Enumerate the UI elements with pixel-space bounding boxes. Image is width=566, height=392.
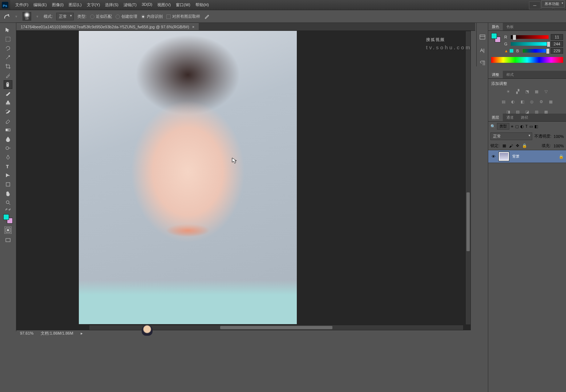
b-slider[interactable] — [523, 49, 549, 53]
adj-levels-icon[interactable]: ▞ — [514, 89, 521, 94]
filter-type-icon[interactable]: T — [525, 124, 528, 128]
eyedropper-tool[interactable] — [4, 71, 12, 80]
menu-edit[interactable]: 编辑(E) — [31, 1, 49, 9]
r-slider[interactable] — [511, 35, 549, 39]
foreground-color-swatch[interactable] — [3, 214, 9, 220]
filter-search-icon[interactable]: 🔍 — [490, 124, 496, 129]
menu-window[interactable]: 窗口(W) — [174, 1, 193, 9]
screen-mode-button[interactable] — [4, 236, 12, 245]
pressure-icon[interactable] — [204, 13, 210, 20]
zoom-value[interactable]: 97.61% — [20, 331, 33, 335]
eraser-tool[interactable] — [4, 117, 12, 125]
color-swatches[interactable] — [3, 214, 13, 224]
blend-mode-dropdown[interactable]: 正常 — [490, 132, 532, 140]
tab-layers[interactable]: 图层 — [488, 114, 503, 121]
menu-file[interactable]: 文件(F) — [13, 1, 31, 9]
radio-proximity[interactable]: 近似匹配 — [90, 14, 112, 19]
menu-layer[interactable]: 图层(L) — [66, 1, 84, 9]
move-tool[interactable] — [4, 26, 12, 34]
dodge-tool[interactable] — [4, 144, 12, 152]
gamut-swatch[interactable] — [510, 49, 513, 53]
adj-vibrance-icon[interactable]: ▽ — [543, 89, 549, 94]
filter-smart-icon[interactable]: ◧ — [534, 124, 538, 129]
document-tab[interactable]: 174764bee01a14510198658627eaf53fc9d950e9… — [16, 23, 199, 30]
zoom-tool[interactable] — [4, 198, 12, 207]
filter-adj-icon[interactable]: ◐ — [520, 124, 524, 129]
r-value[interactable]: 11 — [551, 34, 563, 40]
adj-curves-icon[interactable]: ⬔ — [524, 89, 530, 94]
color-swatch-pair[interactable] — [491, 33, 501, 42]
vertical-scrollbar[interactable] — [465, 31, 471, 325]
filter-shape-icon[interactable]: ▭ — [529, 124, 533, 129]
adj-photo-filter-icon[interactable]: ◎ — [529, 99, 535, 105]
opacity-value[interactable]: 100% — [554, 134, 564, 139]
layer-name[interactable]: 背景 — [512, 154, 559, 159]
history-brush-tool[interactable] — [4, 107, 12, 116]
menu-image[interactable]: 图像(I) — [50, 1, 66, 9]
b-value[interactable]: 229 — [551, 48, 563, 54]
dock-character-icon[interactable]: A| — [479, 47, 486, 53]
stamp-tool[interactable] — [4, 98, 12, 107]
document-image[interactable] — [79, 31, 297, 324]
menu-3d[interactable]: 3D(D) — [140, 1, 154, 9]
g-value[interactable]: 244 — [551, 41, 563, 47]
brush-tool[interactable] — [4, 89, 12, 98]
spectrum-ramp[interactable] — [491, 57, 563, 63]
adj-balance-icon[interactable]: ◐ — [510, 99, 516, 105]
gamut-warning-icon[interactable]: ▲ — [504, 49, 508, 53]
tab-paths[interactable]: 路径 — [517, 114, 532, 121]
status-arrow-icon[interactable]: ▸ — [81, 331, 83, 336]
blur-tool[interactable] — [4, 135, 12, 143]
adj-brightness-icon[interactable]: ☀ — [505, 89, 512, 94]
menu-filter[interactable]: 滤镜(T) — [121, 1, 139, 9]
marquee-tool[interactable] — [4, 35, 12, 44]
adj-mixer-icon[interactable]: ⚙ — [538, 99, 545, 105]
tab-adjustments[interactable]: 调整 — [488, 71, 503, 78]
pen-tool[interactable] — [4, 153, 12, 162]
radio-content-aware[interactable]: 内容识别 — [141, 14, 163, 19]
adj-lookup-icon[interactable]: ▦ — [547, 99, 554, 105]
g-slider[interactable] — [511, 42, 549, 46]
menu-select[interactable]: 选择(S) — [103, 1, 121, 9]
fill-value[interactable]: 100% — [554, 144, 564, 148]
adj-bw-icon[interactable]: ◧ — [519, 99, 526, 105]
healing-tool[interactable] — [4, 80, 12, 89]
document-tab-close[interactable]: × — [192, 25, 194, 29]
adj-hue-icon[interactable]: ▤ — [500, 99, 507, 105]
layer-row-background[interactable]: 👁 背景 🔒 — [488, 150, 566, 163]
tab-swatches[interactable]: 色板 — [503, 23, 517, 30]
lock-pixels-icon[interactable]: 🖌 — [509, 144, 513, 148]
menu-text[interactable]: 文字(Y) — [85, 1, 102, 9]
shape-tool[interactable] — [4, 180, 12, 189]
layer-thumbnail[interactable] — [498, 152, 509, 161]
adj-exposure-icon[interactable]: ▦ — [533, 89, 540, 94]
crop-tool[interactable] — [4, 62, 12, 71]
quick-mask-button[interactable] — [4, 226, 12, 234]
mode-dropdown[interactable]: 正常 — [56, 13, 74, 20]
gradient-tool[interactable] — [4, 126, 12, 134]
check-sample-all[interactable]: 对所有图层取样 — [166, 14, 200, 19]
path-tool[interactable] — [4, 171, 12, 180]
dock-history-icon[interactable] — [479, 34, 486, 40]
tab-styles[interactable]: 样式 — [503, 71, 517, 78]
swap-colors-icon[interactable] — [4, 207, 12, 212]
wand-tool[interactable] — [4, 53, 12, 62]
brush-preview[interactable]: 19 — [23, 12, 31, 21]
lock-trans-icon[interactable]: ▦ — [502, 143, 506, 148]
lasso-tool[interactable] — [4, 44, 12, 53]
dock-paragraph-icon[interactable] — [479, 60, 486, 66]
tab-channels[interactable]: 通道 — [503, 114, 517, 121]
minimize-button[interactable]: ─ — [529, 1, 541, 9]
filter-kind-dropdown[interactable]: 类型 — [497, 123, 509, 130]
type-tool[interactable]: T — [4, 162, 12, 171]
lock-position-icon[interactable]: ✥ — [516, 143, 519, 148]
filter-pixel-icon[interactable]: ▢ — [515, 124, 519, 129]
lock-all-icon[interactable]: 🔒 — [522, 143, 527, 148]
workspace-dropdown[interactable]: 基本功能 — [541, 0, 565, 8]
tab-color[interactable]: 颜色 — [488, 23, 503, 30]
visibility-icon[interactable]: 👁 — [490, 154, 496, 159]
radio-texture[interactable]: 创建纹理 — [116, 14, 137, 19]
menu-view[interactable]: 视图(V) — [155, 1, 173, 9]
hand-tool[interactable] — [4, 189, 12, 198]
menu-help[interactable]: 帮助(H) — [193, 1, 211, 9]
